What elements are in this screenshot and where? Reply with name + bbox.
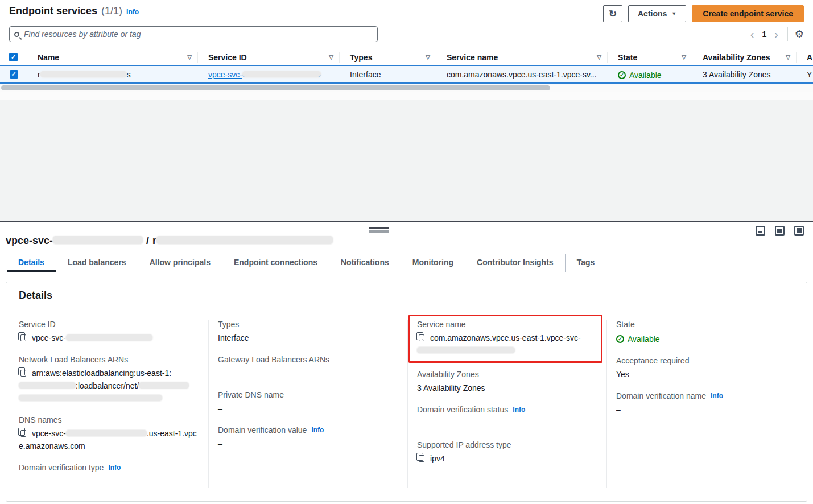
cell-availability-zones: 3 Availability Zones	[692, 70, 797, 79]
redacted-text	[66, 430, 147, 436]
field-types: Types Interface	[218, 320, 396, 344]
next-page-button[interactable]: ›	[772, 28, 781, 40]
state-text: Available	[629, 71, 662, 80]
row-checkbox[interactable]: ✓	[10, 70, 18, 79]
filter-icon[interactable]: ▽	[682, 54, 686, 60]
column-header-state: State	[618, 53, 637, 62]
field-label: Types	[218, 320, 396, 329]
split-panel-drag-handle[interactable]	[369, 227, 389, 233]
filter-icon[interactable]: ▽	[187, 54, 192, 60]
resource-count: (1/1)	[101, 5, 122, 17]
panel-title-id-prefix: vpce-svc-	[6, 235, 53, 246]
pagination: ‹ 1 › ⚙	[748, 27, 804, 41]
create-endpoint-service-button[interactable]: Create endpoint service	[692, 5, 804, 22]
search-input[interactable]	[24, 30, 373, 39]
field-label: Service name	[417, 320, 595, 329]
horizontal-scrollbar-thumb[interactable]	[1, 85, 550, 90]
tab-load-balancers[interactable]: Load balancers	[56, 254, 138, 272]
select-all-checkbox[interactable]: ✓	[9, 53, 18, 61]
caret-down-icon: ▼	[671, 11, 676, 16]
redacted-text	[66, 334, 152, 341]
header-info-link[interactable]: Info	[126, 8, 139, 16]
search-box[interactable]	[9, 26, 378, 42]
tab-notifications[interactable]: Notifications	[329, 254, 401, 272]
info-link[interactable]: Info	[311, 426, 324, 434]
refresh-button[interactable]: ↻	[603, 5, 622, 22]
refresh-icon: ↻	[609, 8, 617, 20]
settings-gear-icon[interactable]: ⚙	[795, 28, 804, 40]
copy-icon[interactable]	[419, 455, 424, 462]
nlb-arn-part2: :loadbalancer/net/	[76, 381, 139, 390]
endpoint-services-list-section: Endpoint services (1/1) Info ↻ Actions ▼…	[0, 0, 813, 92]
field-service-id: Service ID vpce-svc-	[19, 320, 197, 344]
available-check-icon: ✓	[618, 71, 626, 79]
availability-zones-popover-trigger[interactable]: 3 Availability Zones	[417, 383, 485, 393]
copy-icon[interactable]	[20, 430, 26, 437]
search-icon	[14, 32, 19, 37]
redacted-text	[53, 236, 143, 244]
filter-icon[interactable]: ▽	[329, 54, 333, 60]
field-domain-verification-type: Domain verification typeInfo –	[19, 463, 197, 488]
redacted-text	[40, 71, 127, 77]
panel-size-large-icon[interactable]	[794, 226, 804, 236]
redacted-text	[19, 395, 162, 401]
tab-endpoint-connections[interactable]: Endpoint connections	[222, 254, 329, 272]
field-value: –	[218, 402, 396, 415]
empty-list-area	[0, 92, 813, 221]
details-card: Details Service ID vpce-svc- Network Loa…	[6, 282, 807, 502]
filter-icon[interactable]: ▽	[786, 54, 790, 60]
tab-allow-principals[interactable]: Allow principals	[138, 254, 222, 272]
field-acceptance-required: Acceptance required Yes	[616, 356, 795, 381]
copy-icon[interactable]	[419, 334, 424, 341]
service-name-highlight-annotation: Service name com.amazonaws.vpce.us-east-…	[408, 315, 602, 363]
field-label: Supported IP address type	[417, 440, 595, 449]
tab-details[interactable]: Details	[7, 254, 56, 272]
filter-icon[interactable]: ▽	[426, 54, 430, 60]
field-value: –	[417, 417, 595, 429]
tab-tags[interactable]: Tags	[565, 254, 606, 272]
column-header-service-id: Service ID	[208, 53, 247, 62]
redacted-text	[19, 382, 76, 389]
redacted-text	[156, 236, 333, 244]
page-title: Endpoint services	[9, 5, 97, 17]
field-dns-names: DNS names vpce-svc-.us-east-1.vpce.amazo…	[19, 415, 197, 452]
field-label: Service ID	[19, 320, 197, 329]
panel-size-small-icon[interactable]	[756, 226, 765, 236]
field-nlb-arns: Network Load Balancers ARNs arn:aws:elas…	[19, 355, 197, 404]
field-value: Interface	[218, 332, 396, 344]
redacted-text	[242, 71, 321, 77]
column-header-service-name: Service name	[447, 53, 498, 62]
panel-title-separator: /	[146, 235, 149, 246]
tab-contributor-insights[interactable]: Contributor Insights	[465, 254, 565, 272]
field-state: State ✓Available	[616, 320, 795, 345]
details-column-2: Types Interface Gateway Load Balancers A…	[209, 320, 408, 488]
info-link[interactable]: Info	[513, 406, 525, 414]
field-domain-verification-status: Domain verification statusInfo –	[417, 405, 595, 429]
field-value: –	[616, 403, 795, 416]
prev-page-button[interactable]: ‹	[748, 28, 757, 40]
list-header: Endpoint services (1/1) Info ↻ Actions ▼…	[0, 0, 813, 22]
redacted-text	[139, 382, 189, 389]
filter-icon[interactable]: ▽	[597, 54, 601, 60]
info-link[interactable]: Info	[108, 464, 121, 472]
page-number[interactable]: 1	[760, 30, 769, 39]
copy-icon[interactable]	[20, 334, 26, 341]
info-link[interactable]: Info	[711, 392, 723, 400]
ip-type-value: ipv4	[430, 454, 445, 463]
tab-monitoring[interactable]: Monitoring	[401, 254, 465, 272]
table-row[interactable]: ✓ rs vpce-svc- Interface com.amazonaws.v…	[0, 65, 813, 84]
redacted-text	[417, 347, 515, 353]
cell-service-name: com.amazonaws.vpce.us-east-1.vpce-sv...	[436, 70, 608, 79]
panel-title-name-prefix: r	[152, 235, 156, 246]
copy-icon[interactable]	[20, 370, 26, 377]
actions-dropdown-button[interactable]: Actions ▼	[628, 5, 686, 22]
cell-acceptance: Y	[797, 70, 813, 79]
available-check-icon: ✓	[616, 335, 624, 343]
service-name-value: com.amazonaws.vpce.us-east-1.vpce-svc-	[430, 333, 581, 342]
service-id-link[interactable]: vpce-svc-	[208, 70, 321, 79]
panel-size-medium-icon[interactable]	[775, 226, 785, 236]
availability-zones-popover-trigger[interactable]: 3 Availability Zones	[703, 70, 771, 79]
field-value: Yes	[616, 368, 795, 381]
dns-name-part1: vpce-svc-	[32, 429, 66, 438]
endpoint-services-table: ✓ Name▽ Service ID▽ Types▽ Service name▽…	[0, 49, 813, 92]
